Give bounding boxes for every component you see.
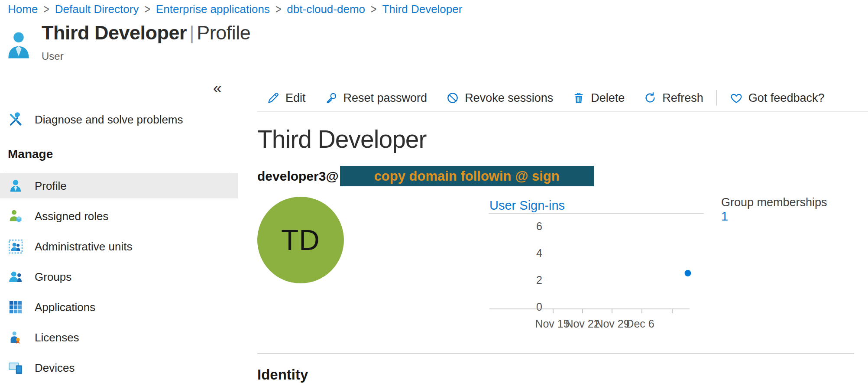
got-feedback-button[interactable]: Got feedback?: [720, 91, 834, 105]
delete-label: Delete: [591, 91, 625, 105]
page-title-section: Profile: [197, 22, 250, 44]
groups-icon: [8, 269, 23, 285]
x-axis-tick-label: Nov 29: [595, 318, 629, 330]
sidebar-item-label: Groups: [35, 270, 71, 284]
devices-icon: [8, 360, 23, 376]
group-memberships-label: Group memberships: [721, 196, 827, 209]
edit-button[interactable]: Edit: [257, 91, 315, 105]
reset-password-button[interactable]: Reset password: [315, 91, 437, 105]
edit-label: Edit: [285, 91, 306, 105]
pencil-icon: [267, 91, 280, 104]
x-axis-tick-label: Nov 15: [535, 318, 569, 330]
breadcrumb-default-directory[interactable]: Default Directory: [55, 3, 139, 16]
group-memberships: Group memberships 1: [721, 196, 827, 224]
page-subtitle: User: [42, 50, 250, 62]
x-axis-tick-label: Nov 22: [565, 318, 599, 330]
profile-person-icon: [8, 178, 23, 194]
toolbar-divider: [716, 90, 717, 106]
y-axis-tick-label: 0: [536, 301, 542, 313]
sidebar-item-label: Licenses: [35, 331, 79, 344]
trash-icon: [572, 91, 585, 104]
breadcrumb-enterprise-applications[interactable]: Enterprise applications: [156, 3, 270, 16]
got-feedback-label: Got feedback?: [748, 91, 825, 105]
sidebar-item-profile[interactable]: Profile: [0, 173, 238, 198]
y-axis-tick-label: 2: [536, 274, 542, 286]
refresh-button[interactable]: Refresh: [634, 91, 713, 105]
breadcrumb-separator: >: [43, 2, 49, 17]
block-icon: [446, 91, 459, 104]
avatar-initials: TD: [281, 224, 320, 256]
sidebar-divider: [5, 170, 232, 170]
key-icon: [325, 91, 338, 104]
sidebar-nav: Profile Assigned roles: [0, 173, 238, 383]
sidebar-item-label: Assigned roles: [35, 210, 109, 223]
user-signins-chart: 6420Nov 15Nov 22Nov 29Dec 6: [489, 215, 696, 333]
user-display-name: Third Developer: [257, 125, 427, 153]
avatar: TD: [257, 197, 344, 283]
sidebar-item-applications[interactable]: Applications: [0, 295, 238, 320]
sidebar-item-label: Diagnose and solve problems: [35, 113, 183, 127]
sidebar-item-administrative-units[interactable]: Administrative units: [0, 234, 238, 259]
user-principal-name: developer3@ copy domain followin @ sign: [257, 166, 594, 186]
licenses-icon: [8, 330, 23, 345]
user-avatar-icon: [7, 30, 30, 61]
y-axis-tick-label: 4: [536, 247, 542, 259]
assigned-roles-icon: [8, 208, 23, 224]
section-divider: [257, 353, 854, 354]
delete-button[interactable]: Delete: [563, 91, 634, 105]
diagnose-tools-icon: [8, 112, 23, 127]
applications-grid-icon: [8, 299, 23, 315]
breadcrumb-home[interactable]: Home: [8, 3, 38, 16]
group-memberships-count-link[interactable]: 1: [721, 209, 728, 223]
sidebar-item-label: Applications: [35, 301, 95, 314]
sidebar-item-devices[interactable]: Devices: [0, 355, 238, 380]
page-title: Third Developer|Profile User: [42, 22, 250, 62]
sidebar-collapse-icon[interactable]: «: [213, 81, 222, 96]
sidebar-item-licenses[interactable]: Licenses: [0, 325, 238, 350]
command-bar: Edit Reset password Revoke sessions: [257, 85, 868, 112]
revoke-sessions-label: Revoke sessions: [465, 91, 553, 105]
breadcrumb-separator: >: [275, 2, 281, 17]
revoke-sessions-button[interactable]: Revoke sessions: [437, 91, 563, 105]
breadcrumb-separator: >: [371, 2, 376, 17]
heart-icon: [730, 91, 743, 104]
identity-section-heading: Identity: [257, 367, 308, 383]
breadcrumb: Home > Default Directory > Enterprise ap…: [8, 3, 462, 16]
page-title-name: Third Developer: [42, 22, 187, 44]
sidebar-item-label: Profile: [35, 179, 67, 193]
sidebar-item-groups[interactable]: Groups: [0, 264, 238, 289]
breadcrumb-third-developer[interactable]: Third Developer: [382, 3, 462, 16]
breadcrumb-dbt-cloud-demo[interactable]: dbt-cloud-demo: [287, 3, 365, 16]
sidebar-item-label: Devices: [35, 361, 74, 375]
sidebar-section-manage: Manage: [8, 147, 53, 161]
page-title-separator: |: [187, 22, 197, 44]
sidebar-item-diagnose[interactable]: Diagnose and solve problems: [0, 107, 238, 133]
signin-data-point: [685, 270, 691, 276]
y-axis-tick-label: 6: [536, 220, 542, 232]
azure-user-profile-page: Home > Default Directory > Enterprise ap…: [0, 0, 868, 383]
chart-header-divider: [489, 213, 704, 214]
user-signins-link[interactable]: User Sign-ins: [489, 198, 565, 213]
upn-prefix: developer3@: [257, 169, 339, 184]
sidebar-item-assigned-roles[interactable]: Assigned roles: [0, 204, 238, 229]
admin-units-icon: [8, 239, 23, 254]
sidebar-item-label: Administrative units: [35, 240, 132, 253]
refresh-icon: [644, 91, 657, 104]
redacted-domain-note: copy domain followin @ sign: [340, 166, 594, 186]
x-axis-tick-label: Dec 6: [626, 318, 654, 330]
breadcrumb-separator: >: [144, 2, 150, 17]
reset-password-label: Reset password: [343, 91, 428, 105]
refresh-label: Refresh: [662, 91, 703, 105]
